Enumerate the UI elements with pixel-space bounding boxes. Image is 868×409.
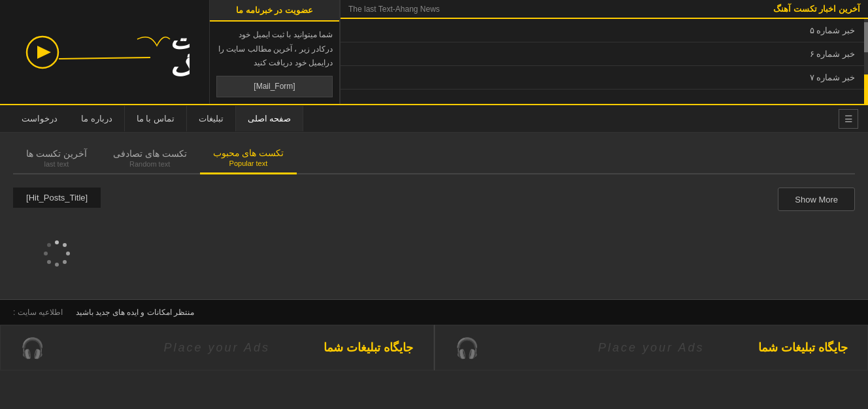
svg-point-6 (63, 243, 67, 247)
scrollbar-track[interactable] (864, 19, 868, 104)
menu-icon[interactable]: ☰ (839, 109, 858, 129)
ad-box-right[interactable]: جایگاه تبلیغات شما Place your Ads 🎧 (0, 325, 434, 370)
svg-point-12 (47, 243, 51, 247)
nav-item-request[interactable]: درخواست (10, 106, 69, 131)
mail-form-button[interactable]: [Mail_Form] (216, 76, 333, 98)
ad-bg-text-right: Place your Ads (164, 341, 270, 355)
ticker-label: آخرین اخبار تکست آهنگ (773, 4, 860, 14)
nav-item-contact[interactable]: تماس با ما (125, 106, 187, 131)
tab-popular[interactable]: تکست های محبوب Popular text (200, 142, 297, 174)
tab-popular-en: Popular text (213, 159, 284, 167)
hit-posts-section: [Hit_Posts_Title] (13, 188, 101, 289)
nav-item-home[interactable]: صفحه اصلی (236, 106, 304, 131)
hit-posts-title: [Hit_Posts_Title] (13, 188, 101, 208)
notice-bar: منتظر امکانات و ایده های جدید باشید اطلا… (0, 300, 868, 325)
ads-section: جایگاه تبلیغات شما Place your Ads 🎧 جایگ… (0, 325, 868, 370)
main-content: تکست های محبوب Popular text تکست های تصا… (0, 133, 868, 299)
scrollbar-yellow (864, 74, 868, 105)
news-list: خبر شماره ۵ خبر شماره ۶ خبر شماره ۷ (341, 19, 868, 104)
svg-point-5 (55, 240, 59, 244)
nav-item-about[interactable]: درباره ما (69, 106, 125, 131)
svg-text:آهنگ: آهنگ (170, 47, 190, 81)
tab-latest[interactable]: آخرین تکست ها last text (13, 143, 100, 173)
membership-body: شما میتوانید با ثبت ایمیل خود درکادر زیر… (210, 22, 339, 104)
news-item[interactable]: خبر شماره ۵ (341, 19, 868, 42)
svg-point-10 (47, 260, 51, 264)
notice-value: منتظر امکانات و ایده های جدید باشید (76, 308, 194, 317)
tab-latest-fa: آخرین تکست ها (26, 148, 87, 159)
nav-item-ads[interactable]: تبلیغات (187, 106, 236, 131)
loading-spinner (13, 218, 101, 289)
ticker-header: آخرین اخبار تکست آهنگ The last Text-Ahan… (341, 0, 868, 19)
news-item[interactable]: خبر شماره ۷ (341, 66, 868, 90)
tab-popular-fa: تکست های محبوب (213, 148, 284, 158)
membership-header: عضویت در خبرنامه ما (210, 0, 339, 22)
menu-icon-symbol: ☰ (844, 114, 853, 124)
news-item[interactable]: خبر شماره ۶ (341, 42, 868, 66)
ad-bg-text-left: Place your Ads (598, 341, 704, 355)
headphone-icon-right: 🎧 (20, 336, 44, 359)
news-ticker-section: آخرین اخبار تکست آهنگ The last Text-Ahan… (340, 0, 868, 104)
scrollbar-thumb[interactable] (864, 22, 868, 52)
header-area: آخرین اخبار تکست آهنگ The last Text-Ahan… (0, 0, 868, 105)
content-row: Show More [Hit_Posts_Title] (13, 188, 855, 289)
ad-box-left[interactable]: جایگاه تبلیغات شما Place your Ads 🎧 (435, 325, 869, 370)
svg-point-8 (63, 260, 67, 264)
ticker-placeholder: The last Text-Ahang News (348, 5, 440, 14)
svg-marker-4 (37, 46, 51, 59)
membership-text: شما میتوانید با ثبت ایمیل خود درکادر زیر… (218, 30, 333, 67)
tab-random-en: Random text (113, 160, 187, 168)
tab-random-fa: تکست های تصادفی (113, 148, 187, 159)
tabs-row: تکست های محبوب Popular text تکست های تصا… (13, 142, 855, 174)
headphone-icon-left: 🎧 (455, 336, 479, 359)
notice-label: اطلاعیه سایت : (13, 308, 63, 317)
logo-svg: تکست آهنگ (20, 13, 190, 91)
spinner-svg (41, 237, 73, 270)
ad-title-right: جایگاه تبلیغات شما (324, 340, 413, 355)
svg-point-11 (44, 252, 48, 255)
svg-point-9 (55, 263, 59, 267)
nav-links: صفحه اصلی تبلیغات تماس با ما درباره ما د… (10, 106, 303, 131)
tab-random[interactable]: تکست های تصادفی Random text (100, 143, 200, 173)
membership-section: عضویت در خبرنامه ما شما میتوانید با ثبت … (209, 0, 340, 104)
logo-container: تکست آهنگ (20, 13, 190, 91)
svg-text:تکست: تکست (170, 27, 190, 54)
tab-latest-en: last text (26, 160, 87, 168)
show-more-button[interactable]: Show More (778, 188, 855, 211)
ad-title-left: جایگاه تبلیغات شما (758, 340, 848, 355)
logo-section: تکست آهنگ (0, 0, 209, 104)
svg-point-7 (66, 252, 70, 255)
svg-line-2 (59, 57, 150, 59)
navbar: ☰ صفحه اصلی تبلیغات تماس با ما درباره ما… (0, 105, 868, 133)
